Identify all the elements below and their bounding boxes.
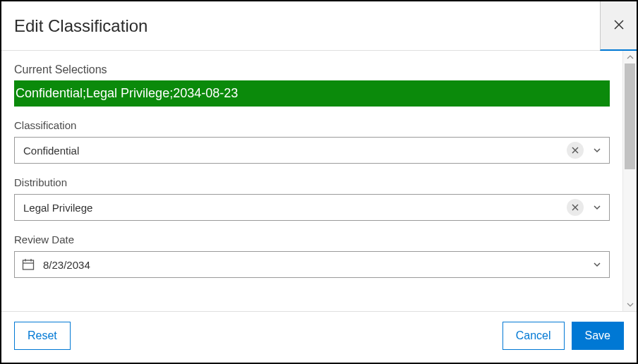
chevron-down-icon [591, 203, 603, 212]
classification-select[interactable]: Confidential [14, 137, 610, 164]
distribution-select[interactable]: Legal Privilege [14, 194, 610, 221]
classification-label: Classification [14, 119, 610, 131]
review-date-value: 8/23/2034 [43, 259, 591, 271]
distribution-clear-button[interactable] [567, 199, 584, 216]
edit-classification-dialog: Edit Classification Current Selections C… [0, 0, 638, 364]
reset-button[interactable]: Reset [14, 322, 71, 350]
dialog-body-wrap: Current Selections Confidential;Legal Pr… [1, 51, 637, 311]
dialog-header: Edit Classification [1, 1, 637, 51]
close-icon [614, 20, 624, 32]
dialog-title: Edit Classification [14, 16, 148, 36]
current-selections-value: Confidential;Legal Privilege;2034-08-23 [14, 80, 610, 107]
distribution-label: Distribution [14, 176, 610, 188]
chevron-down-icon [591, 260, 603, 269]
scroll-track[interactable] [623, 63, 637, 298]
save-button[interactable]: Save [572, 322, 624, 350]
review-date-input[interactable]: 8/23/2034 [14, 251, 610, 278]
scrollbar[interactable] [622, 51, 637, 311]
calendar-icon [22, 258, 35, 271]
dialog-footer: Reset Cancel Save [1, 311, 637, 363]
chevron-down-icon [591, 146, 603, 154]
review-date-label: Review Date [14, 233, 610, 245]
close-icon [572, 145, 579, 156]
scroll-thumb[interactable] [625, 63, 635, 169]
close-button[interactable] [600, 1, 637, 51]
current-selections-label: Current Selections [14, 63, 610, 76]
classification-value: Confidential [23, 145, 567, 157]
distribution-value: Legal Privilege [23, 202, 567, 214]
scroll-up-arrow-icon[interactable] [623, 51, 637, 63]
classification-clear-button[interactable] [567, 142, 584, 159]
scroll-down-arrow-icon[interactable] [623, 298, 637, 311]
dialog-body: Current Selections Confidential;Legal Pr… [1, 51, 622, 311]
svg-rect-0 [23, 260, 34, 269]
cancel-button[interactable]: Cancel [502, 322, 565, 350]
close-icon [572, 202, 579, 213]
